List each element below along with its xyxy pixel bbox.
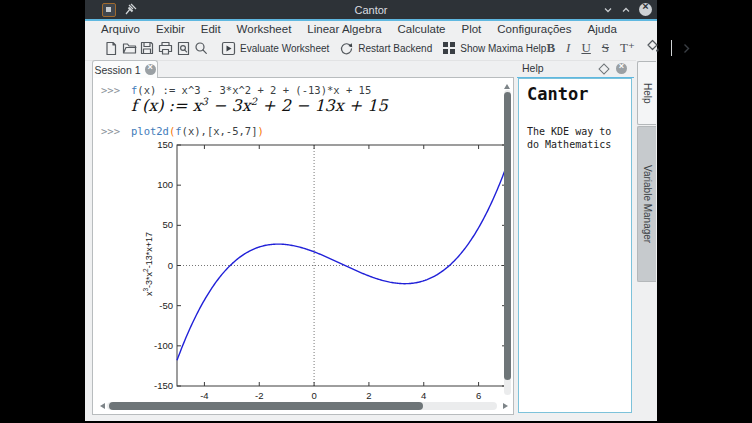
close-panel-icon[interactable] <box>616 63 627 74</box>
chevron-down-icon[interactable] <box>603 5 613 15</box>
menu-edit[interactable]: Edit <box>193 23 229 35</box>
chevron-up-icon[interactable] <box>621 5 631 15</box>
vscroll-thumb[interactable] <box>504 92 511 380</box>
italic-button[interactable]: I <box>566 40 570 56</box>
plot-output: x3-3*x2-13*x+17 -4-20246-150-100-5005010… <box>139 140 513 406</box>
svg-text:-150: -150 <box>154 380 173 391</box>
underline-button[interactable]: U <box>581 40 590 56</box>
print-button[interactable] <box>157 40 173 56</box>
superscript-button[interactable]: T⁺ <box>620 40 635 56</box>
session-tab-label: Session 1 <box>94 64 140 76</box>
side-tab-help[interactable]: Help <box>637 61 656 125</box>
print-preview-button[interactable] <box>175 40 191 56</box>
latex-result: f (x) := x3 − 3x2 + 2 − 13x + 15 <box>131 96 388 115</box>
command-entry-2[interactable]: >>> plot2d(f(x),[x,-5,7]) <box>93 125 513 139</box>
menu-arquivo[interactable]: Arquivo <box>93 23 148 35</box>
evaluate-worksheet-label: Evaluate Worksheet <box>240 43 329 54</box>
scroll-left-arrow[interactable] <box>97 403 105 409</box>
side-tab-help-label: Help <box>642 83 653 104</box>
strikethrough-button[interactable]: S <box>602 40 609 56</box>
toolbar-overflow-chevron-icon[interactable] <box>683 43 690 54</box>
close-window-icon[interactable] <box>639 3 652 16</box>
menu-bar: Arquivo Exibir Edit Worksheet Linear Alg… <box>85 21 657 36</box>
tab-session-1[interactable]: Session 1 <box>92 60 158 78</box>
svg-text:-100: -100 <box>154 340 173 351</box>
side-tab-variable-manager-label: Variable Manager <box>642 165 653 243</box>
restart-backend-label: Restart Backend <box>358 43 432 54</box>
restart-backend-button[interactable]: Restart Backend <box>339 41 432 56</box>
help-panel-title: Help <box>522 62 544 74</box>
menu-ajuda[interactable]: Ajuda <box>579 23 624 35</box>
command-1-code[interactable]: f(x) := x^3 - 3*x^2 + 2 + (-13)*x + 15 <box>131 84 371 96</box>
hscroll-thumb[interactable] <box>109 402 423 410</box>
toolbar: Evaluate Worksheet Restart Backend Show … <box>85 36 657 61</box>
help-panel-header: Help <box>517 60 634 78</box>
plot-y-axis-label: x3-3*x2-13*x+17 <box>142 199 154 329</box>
help-panel: Help Cantor The KDE way to do Mathematic… <box>517 60 634 415</box>
help-panel-content: Cantor The KDE way to do Mathematics <box>518 78 632 413</box>
show-maxima-help-button[interactable]: Show Maxima Help <box>442 41 546 55</box>
command-2-code[interactable]: plot2d(f(x),[x,-5,7]) <box>131 125 264 137</box>
help-body-text: The KDE way to do Mathematics <box>527 125 629 151</box>
worksheet-vertical-scrollbar[interactable] <box>503 80 512 398</box>
svg-text:-50: -50 <box>159 300 173 311</box>
worksheet-area: >>> f(x) := x^3 - 3*x^2 + 2 + (-13)*x + … <box>92 77 514 415</box>
titlebar: Cantor <box>85 0 657 21</box>
fill-color-icon[interactable] <box>646 39 660 57</box>
prompt: >>> <box>101 125 120 137</box>
svg-text:100: 100 <box>157 179 173 190</box>
svg-text:0: 0 <box>168 260 173 271</box>
prompt: >>> <box>101 84 120 96</box>
menu-linear-algebra[interactable]: Linear Algebra <box>299 23 389 35</box>
help-heading: Cantor <box>527 84 588 104</box>
toolbar-separator <box>671 40 672 56</box>
show-maxima-help-label: Show Maxima Help <box>460 43 546 54</box>
side-dock-tab-strip: Help Variable Manager <box>636 60 657 421</box>
menu-calculate[interactable]: Calculate <box>390 23 454 35</box>
scroll-up-arrow[interactable] <box>504 81 510 89</box>
open-worksheet-button[interactable] <box>121 40 137 56</box>
plot-canvas: -4-20246-150-100-50050100150 <box>139 140 513 406</box>
window-title: Cantor <box>85 4 657 16</box>
menu-configuracoes[interactable]: Configurações <box>489 23 579 35</box>
menu-exibir[interactable]: Exibir <box>148 23 193 35</box>
menu-worksheet[interactable]: Worksheet <box>229 23 300 35</box>
evaluate-worksheet-button[interactable]: Evaluate Worksheet <box>221 41 329 56</box>
new-worksheet-button[interactable] <box>103 40 119 56</box>
float-panel-icon[interactable] <box>598 63 609 74</box>
close-tab-icon[interactable] <box>145 64 156 75</box>
save-button[interactable] <box>139 40 155 56</box>
bold-button[interactable]: B <box>546 40 555 56</box>
scroll-right-arrow[interactable] <box>503 403 511 409</box>
svg-text:50: 50 <box>162 219 173 230</box>
side-tab-variable-manager[interactable]: Variable Manager <box>637 126 656 282</box>
svg-text:150: 150 <box>157 140 173 150</box>
screen: Cantor Arquivo Exibir Edit Worksheet Lin… <box>0 0 752 423</box>
menu-plot[interactable]: Plot <box>453 23 489 35</box>
format-toolbar: B I U S T⁺ <box>546 39 689 57</box>
cantor-window: Cantor Arquivo Exibir Edit Worksheet Lin… <box>85 0 657 421</box>
worksheet-horizontal-scrollbar[interactable] <box>95 400 511 412</box>
search-icon[interactable] <box>193 40 209 56</box>
